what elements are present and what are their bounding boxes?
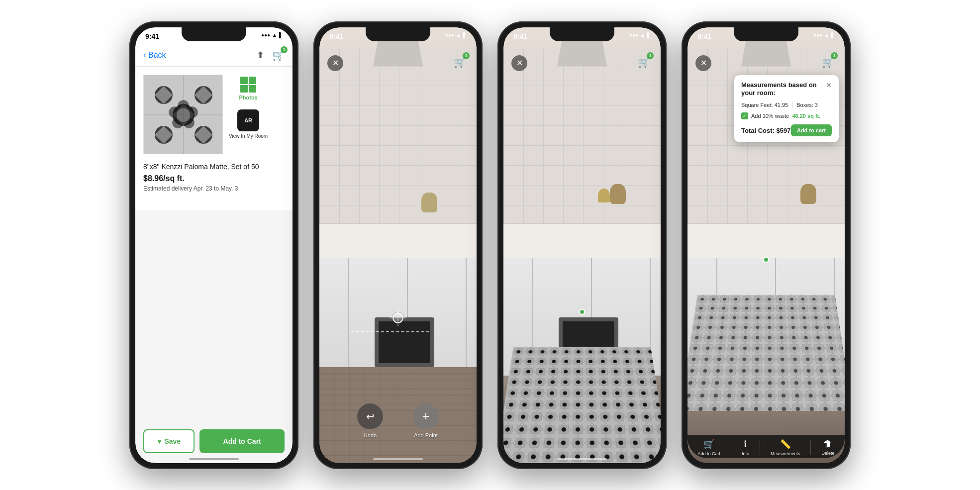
toolbar-divider-2 (760, 440, 760, 455)
popup-title: Measurements based on your room: (741, 81, 826, 98)
kitchen-background-2 (319, 27, 477, 463)
share-icon[interactable]: ⬆ (257, 50, 264, 61)
status-icons-3: ●●● ▲ ▌ (629, 32, 651, 38)
product-delivery: Estimated delivery Apr. 23 to May. 3 (143, 185, 285, 192)
add-point-circle: + (413, 403, 439, 429)
back-chevron-icon: ‹ (143, 50, 146, 60)
home-indicator-2 (373, 458, 423, 460)
svg-rect-14 (503, 347, 661, 463)
photos-label: Photos (239, 95, 257, 100)
back-button[interactable]: ‹ Back (143, 50, 166, 60)
notch-3 (550, 27, 614, 41)
toolbar-delete-label: Delete (821, 451, 834, 456)
tile-floor-4 (687, 294, 845, 410)
phone-4: 9:41 ●●● ▲ ▌ ✕ 🛒 1 Measurements based on… (682, 21, 851, 469)
add-to-cart-label: Add to Cart (223, 437, 261, 445)
ar-marker-4 (763, 257, 769, 263)
ar-badge: AR (237, 109, 259, 131)
home-indicator-1 (189, 458, 239, 460)
save-button[interactable]: ♥ Save (143, 429, 195, 453)
battery-icon: ▌ (279, 32, 283, 38)
battery-icon-3: ▌ (647, 32, 651, 38)
toolbar-cart-icon: 🛒 (703, 439, 714, 450)
popup-divider (792, 101, 792, 108)
product-footer: ♥ Save Add to Cart (135, 429, 293, 453)
ar-screen-tiled: 9:41 ●●● ▲ ▌ ✕ 🛒 1 (503, 27, 661, 463)
wifi-icon: ▲ (272, 32, 277, 38)
ar-screen-measurements: 9:41 ●●● ▲ ▌ ✕ 🛒 1 Measurements based on… (687, 27, 845, 463)
toolbar-info-label: Info (742, 451, 749, 456)
phone-3: 9:41 ●●● ▲ ▌ ✕ 🛒 1 (497, 21, 667, 469)
status-icons-1: ●●● ▲ ▌ (261, 32, 283, 38)
ar-cart-badge-4: 1 (831, 52, 838, 59)
waste-amount: 46.20 sq ft. (792, 113, 820, 119)
toolbar-add-to-cart[interactable]: 🛒 Add to Cart (697, 439, 720, 456)
phone-2: 9:41 ●●● ▲ ▌ ✕ 🛒 1 ↩ Undo + (313, 21, 483, 469)
signal-icon-2: ●●● (445, 32, 454, 38)
ar-bottom-toolbar: 🛒 Add to Cart ℹ Info 📏 Measurements 🗑 De… (687, 435, 845, 458)
popup-waste-row: ✓ Add 10% waste 46.20 sq ft. (741, 112, 832, 119)
toolbar-add-to-cart-label: Add to Cart (697, 451, 720, 456)
ar-controls-2: ↩ Undo + Add Point (319, 403, 477, 438)
popup-measurements-row: Square Feet: 41.95 Boxes: 3 (741, 101, 832, 108)
save-label: Save (164, 437, 181, 445)
add-point-button[interactable]: + Add Point (413, 403, 439, 438)
popup-add-to-cart-button[interactable]: Add to cart (791, 124, 832, 136)
product-image-section: Photos AR View In My Room (143, 75, 285, 154)
toolbar-info[interactable]: ℹ Info (742, 439, 749, 456)
status-icons-2: ●●● ▲ ▌ (445, 32, 467, 38)
kitchen-wall-tiles-3 (503, 49, 661, 245)
add-to-cart-button[interactable]: Add to Cart (199, 429, 285, 453)
signal-icon-4: ●●● (813, 32, 822, 38)
kettle-3 (610, 184, 626, 204)
toolbar-delete-icon: 🗑 (823, 439, 832, 449)
notch-2 (366, 27, 430, 41)
toolbar-delete[interactable]: 🗑 Delete (821, 439, 834, 456)
status-time-4: 9:41 (697, 32, 711, 40)
signal-icon-3: ●●● (629, 32, 638, 38)
kettle-4 (800, 184, 816, 204)
kitchen-counter-2 (319, 223, 477, 258)
total-cost: Total Cost: $597 (741, 127, 790, 134)
svg-point-5 (173, 104, 195, 126)
notch-1 (182, 27, 246, 41)
ar-cart-badge-3: 1 (647, 52, 654, 59)
photos-button[interactable]: Photos (229, 77, 268, 100)
undo-button[interactable]: ↩ Undo (357, 403, 383, 438)
status-time-2: 9:41 (329, 32, 343, 40)
product-screen: 9:41 ●●● ▲ ▌ ‹ Back ⬆ 🛒 1 (135, 27, 293, 463)
kitchen-counter-3 (503, 223, 661, 258)
kitchen-counter-4 (687, 223, 845, 258)
header-icons: ⬆ 🛒 1 (257, 49, 285, 61)
kitchen-wall-tiles-2 (319, 49, 477, 245)
toolbar-info-icon: ℹ (744, 439, 747, 450)
product-price: $8.96/sq ft. (143, 174, 285, 183)
ar-close-button-2[interactable]: ✕ (327, 55, 343, 71)
popup-close-button[interactable]: ✕ (826, 81, 832, 89)
toolbar-measurements-icon: 📏 (780, 439, 791, 450)
measurements-popup: Measurements based on your room: ✕ Squar… (734, 75, 839, 143)
signal-icon: ●●● (261, 32, 270, 38)
tile-pattern (144, 75, 222, 154)
wifi-icon-2: ▲ (456, 32, 461, 38)
battery-icon-4: ▌ (831, 32, 835, 38)
counter-decor-3 (598, 189, 610, 202)
phone-1: 9:41 ●●● ▲ ▌ ‹ Back ⬆ 🛒 1 (129, 21, 298, 469)
ar-view-button[interactable]: AR View In My Room (229, 109, 268, 139)
status-icons-4: ●●● ▲ ▌ (813, 32, 835, 38)
view-options: Photos AR View In My Room (229, 75, 268, 139)
ar-marker-3 (579, 309, 585, 315)
status-time-3: 9:41 (513, 32, 527, 40)
cart-icon-wrap[interactable]: 🛒 1 (272, 49, 285, 61)
waste-checkbox[interactable]: ✓ (741, 112, 748, 119)
toolbar-measurements[interactable]: 📏 Measurements (771, 439, 800, 456)
product-content: Photos AR View In My Room 8"x8" Kenzzi P… (135, 67, 293, 210)
square-feet-value: Square Feet: 41.95 (741, 102, 788, 108)
oven-2 (375, 317, 434, 367)
popup-total-row: Total Cost: $597 Add to cart (741, 124, 832, 136)
ar-close-button-4[interactable]: ✕ (695, 55, 711, 71)
popup-add-to-cart-label: Add to cart (797, 127, 826, 133)
tile-floor-3 (503, 347, 661, 463)
add-point-label: Add Point (414, 432, 438, 438)
ar-close-button-3[interactable]: ✕ (511, 55, 527, 71)
